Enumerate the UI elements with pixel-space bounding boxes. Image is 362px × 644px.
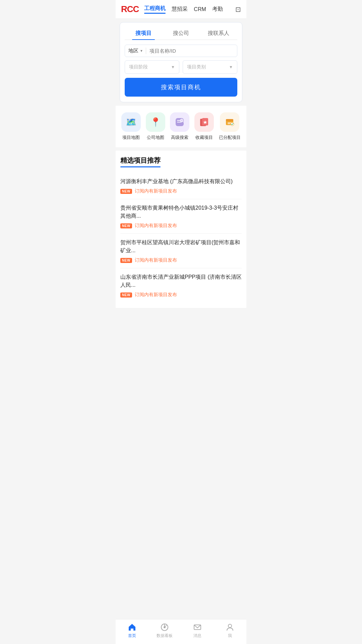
project-tags: NEW 订阅内有新项目发布 <box>120 257 242 263</box>
favorites-label: 收藏项目 <box>195 135 213 141</box>
header: RCC 工程商机 慧招采 CRM 考勤 ⊡ <box>116 0 246 19</box>
shortcut-project-map[interactable]: 🗺️ 项目地图 <box>121 112 141 141</box>
favorites-icon <box>194 112 214 132</box>
tab-search-contact[interactable]: 搜联系人 <box>200 27 237 40</box>
new-badge: NEW <box>120 189 132 194</box>
project-tags: NEW 订阅内有新项目发布 <box>120 188 242 194</box>
shortcut-favorites[interactable]: 收藏项目 <box>194 112 214 141</box>
featured-title: 精选项目推荐 <box>120 156 161 165</box>
nav-item-kaoqin[interactable]: 考勤 <box>212 6 223 13</box>
stage-select[interactable]: 项目阶段 ▼ <box>125 60 179 74</box>
svg-rect-1 <box>177 120 180 121</box>
tag-text: 订阅内有新项目发布 <box>135 257 177 263</box>
menu-icon[interactable]: ⊡ <box>235 5 241 13</box>
featured-underline <box>120 166 161 167</box>
company-map-label: 公司地图 <box>147 135 164 141</box>
tab-search-company[interactable]: 搜公司 <box>162 27 200 40</box>
shortcut-advanced-search[interactable]: 高级搜索 <box>170 112 189 141</box>
shortcut-company-map[interactable]: 📍 公司地图 <box>146 112 165 141</box>
project-name-input[interactable] <box>146 48 234 54</box>
advanced-search-label: 高级搜索 <box>171 135 188 141</box>
project-name: 贵州省安顺市黄果树特色小城镇2019-3-3号安庄村其他商... <box>120 204 242 220</box>
type-arrow-icon: ▼ <box>229 65 233 69</box>
project-item[interactable]: 河源衡利丰产业基地 (广东高微晶科技有限公司) NEW 订阅内有新项目发布 <box>120 173 242 199</box>
stage-label: 项目阶段 <box>129 64 148 70</box>
new-badge: NEW <box>120 258 132 263</box>
tag-text: 订阅内有新项目发布 <box>135 223 177 229</box>
type-label: 项目类别 <box>187 64 206 70</box>
shortcut-grid: 🗺️ 项目地图 📍 公司地图 高级搜索 收藏项目 <box>116 106 246 147</box>
nav-item-gongcheng[interactable]: 工程商机 <box>144 5 166 14</box>
region-label: 地区 <box>128 48 138 54</box>
project-map-label: 项目地图 <box>122 135 140 141</box>
region-selector[interactable]: 地区 ▼ <box>128 48 146 54</box>
project-tags: NEW 订阅内有新项目发布 <box>120 223 242 229</box>
svg-rect-9 <box>226 119 233 121</box>
featured-section: 精选项目推荐 河源衡利丰产业基地 (广东高微晶科技有限公司) NEW 订阅内有新… <box>116 151 246 308</box>
type-select[interactable]: 项目类别 ▼ <box>183 60 237 74</box>
project-name: 山东省济南市长清产业新城PPP项目 (济南市长清区人民... <box>120 273 242 289</box>
tag-text: 订阅内有新项目发布 <box>135 292 177 298</box>
search-row-filters: 项目阶段 ▼ 项目类别 ▼ <box>125 60 237 74</box>
stage-arrow-icon: ▼ <box>171 65 175 69</box>
project-item[interactable]: 贵州省安顺市黄果树特色小城镇2019-3-3号安庄村其他商... NEW 订阅内… <box>120 199 242 234</box>
top-nav: 工程商机 慧招采 CRM 考勤 <box>144 5 230 14</box>
assigned-icon <box>220 112 239 132</box>
project-map-icon: 🗺️ <box>121 112 141 132</box>
logo: RCC <box>121 4 139 14</box>
svg-rect-2 <box>177 122 182 122</box>
project-item[interactable]: 山东省济南市长清产业新城PPP项目 (济南市长清区人民... NEW 订阅内有新… <box>120 268 242 303</box>
region-arrow-icon: ▼ <box>140 49 143 53</box>
shortcut-assigned[interactable]: 已分配项目 <box>219 112 241 141</box>
advanced-search-icon <box>170 112 189 132</box>
new-badge: NEW <box>120 292 132 298</box>
tag-text: 订阅内有新项目发布 <box>135 188 177 194</box>
search-row-name: 地区 ▼ <box>125 45 237 57</box>
tab-search-project[interactable]: 搜项目 <box>125 27 162 40</box>
project-name: 贺州市平桂区望高镇川岩大理岩矿项目(贺州市嘉和矿业... <box>120 238 242 255</box>
nav-item-crm[interactable]: CRM <box>194 6 206 12</box>
search-button[interactable]: 搜索项目商机 <box>125 78 237 97</box>
project-item[interactable]: 贺州市平桂区望高镇川岩大理岩矿项目(贺州市嘉和矿业... NEW 订阅内有新项目… <box>120 234 242 268</box>
project-tags: NEW 订阅内有新项目发布 <box>120 292 242 298</box>
nav-item-huizhao[interactable]: 慧招采 <box>172 6 188 13</box>
search-box: 搜项目 搜公司 搜联系人 地区 ▼ 项目阶段 ▼ 项目类别 ▼ 搜索项目商机 <box>120 22 242 102</box>
new-badge: NEW <box>120 223 132 228</box>
company-map-icon: 📍 <box>146 112 165 132</box>
project-name: 河源衡利丰产业基地 (广东高微晶科技有限公司) <box>120 177 242 185</box>
svg-rect-11 <box>228 123 230 124</box>
assigned-label: 已分配项目 <box>219 135 241 141</box>
search-tabs: 搜项目 搜公司 搜联系人 <box>125 27 237 40</box>
